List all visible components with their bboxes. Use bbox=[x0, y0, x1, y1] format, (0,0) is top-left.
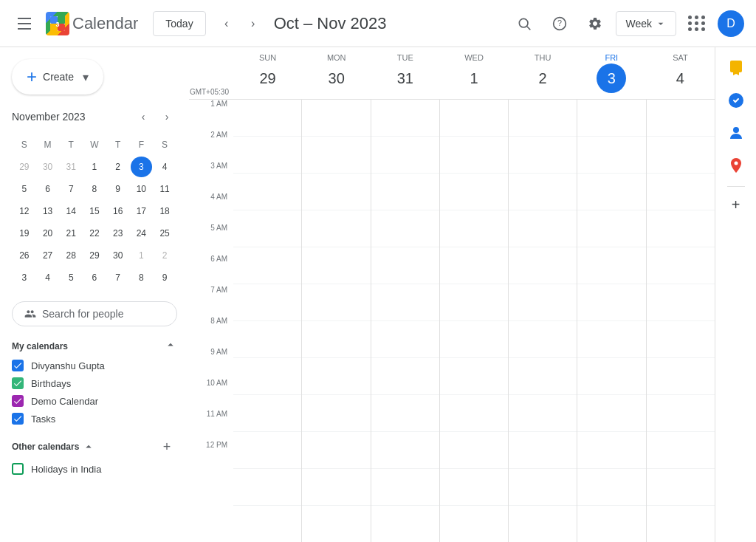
hour-row[interactable] bbox=[302, 432, 370, 469]
day-column[interactable] bbox=[301, 100, 370, 542]
hour-row[interactable] bbox=[509, 174, 577, 210]
hour-row[interactable] bbox=[440, 321, 508, 358]
mini-cal-day[interactable]: 29 bbox=[13, 157, 35, 177]
mini-cal-day[interactable]: 4 bbox=[154, 157, 176, 177]
mini-cal-day[interactable]: 3 bbox=[131, 157, 153, 177]
hour-row[interactable] bbox=[647, 432, 715, 469]
hour-row[interactable] bbox=[440, 395, 508, 432]
calendar-checkbox-tasks[interactable] bbox=[12, 413, 24, 425]
hour-row[interactable] bbox=[577, 284, 645, 321]
mini-cal-day[interactable]: 4 bbox=[37, 267, 59, 288]
day-header-wed[interactable]: WED 1 bbox=[439, 47, 508, 99]
menu-icon[interactable] bbox=[12, 12, 37, 35]
hour-row[interactable] bbox=[509, 100, 577, 137]
hour-row[interactable] bbox=[509, 469, 577, 506]
hour-row[interactable] bbox=[440, 432, 508, 469]
mini-cal-day[interactable]: 15 bbox=[83, 201, 106, 222]
add-other-calendar-button[interactable]: + bbox=[157, 436, 177, 457]
hour-row[interactable] bbox=[440, 284, 508, 321]
hour-row[interactable] bbox=[233, 395, 301, 432]
hour-row[interactable] bbox=[371, 174, 439, 210]
mini-cal-day[interactable]: 21 bbox=[60, 223, 82, 244]
next-arrow[interactable]: › bbox=[241, 12, 265, 35]
day-column[interactable] bbox=[577, 100, 645, 542]
mini-cal-day[interactable]: 8 bbox=[131, 267, 153, 288]
mini-cal-day[interactable]: 6 bbox=[83, 267, 106, 288]
hour-row[interactable] bbox=[647, 284, 715, 321]
hour-row[interactable] bbox=[509, 321, 577, 358]
hour-row[interactable] bbox=[233, 137, 301, 174]
hour-row[interactable] bbox=[440, 358, 508, 395]
hour-row[interactable] bbox=[440, 100, 508, 137]
hour-row[interactable] bbox=[233, 432, 301, 469]
mini-cal-day[interactable]: 16 bbox=[107, 201, 129, 222]
hour-row[interactable] bbox=[440, 506, 508, 542]
mini-cal-day[interactable]: 26 bbox=[13, 245, 35, 266]
other-calendars-toggle[interactable]: Other calendars bbox=[12, 440, 95, 453]
hour-row[interactable] bbox=[371, 395, 439, 432]
hour-row[interactable] bbox=[371, 210, 439, 247]
hour-row[interactable] bbox=[302, 174, 370, 210]
day-column[interactable] bbox=[508, 100, 577, 542]
hour-row[interactable] bbox=[577, 358, 645, 395]
hour-row[interactable] bbox=[233, 321, 301, 358]
right-tasks-icon[interactable] bbox=[721, 86, 751, 115]
mini-cal-day[interactable]: 31 bbox=[60, 157, 82, 177]
hour-row[interactable] bbox=[371, 247, 439, 284]
hour-row[interactable] bbox=[647, 174, 715, 210]
hour-row[interactable] bbox=[302, 210, 370, 247]
mini-cal-day[interactable]: 2 bbox=[107, 157, 129, 177]
hour-row[interactable] bbox=[577, 210, 645, 247]
settings-button[interactable] bbox=[580, 9, 610, 38]
hour-row[interactable] bbox=[371, 432, 439, 469]
mini-cal-day[interactable]: 5 bbox=[60, 267, 82, 288]
calendar-item-birthdays[interactable]: Birthdays bbox=[12, 374, 177, 392]
view-selector[interactable]: Week bbox=[616, 11, 676, 36]
day-column[interactable] bbox=[439, 100, 508, 542]
mini-cal-day[interactable]: 8 bbox=[83, 179, 106, 199]
calendar-checkbox-divyanshu[interactable] bbox=[12, 360, 24, 371]
day-header-sun[interactable]: SUN 29 bbox=[233, 47, 302, 99]
hour-row[interactable] bbox=[577, 100, 645, 137]
mini-cal-day[interactable]: 30 bbox=[37, 157, 59, 177]
hour-row[interactable] bbox=[647, 358, 715, 395]
help-button[interactable]: ? bbox=[545, 9, 574, 38]
mini-prev-button[interactable]: ‹ bbox=[133, 106, 154, 127]
day-column[interactable] bbox=[233, 100, 301, 542]
mini-cal-day[interactable]: 30 bbox=[107, 245, 129, 266]
mini-cal-day[interactable]: 9 bbox=[154, 267, 176, 288]
hour-row[interactable] bbox=[440, 137, 508, 174]
user-avatar[interactable]: D bbox=[718, 10, 744, 37]
mini-cal-day[interactable]: 10 bbox=[131, 179, 153, 199]
hour-row[interactable] bbox=[509, 137, 577, 174]
mini-cal-day[interactable]: 1 bbox=[131, 245, 153, 266]
hour-row[interactable] bbox=[509, 284, 577, 321]
mini-cal-day[interactable]: 1 bbox=[83, 157, 106, 177]
mini-cal-day[interactable]: 18 bbox=[154, 201, 176, 222]
hour-row[interactable] bbox=[302, 100, 370, 137]
hour-row[interactable] bbox=[440, 469, 508, 506]
mini-next-button[interactable]: › bbox=[157, 106, 177, 127]
search-button[interactable] bbox=[509, 9, 539, 38]
hour-row[interactable] bbox=[371, 284, 439, 321]
mini-cal-day[interactable]: 5 bbox=[13, 179, 35, 199]
hour-row[interactable] bbox=[577, 321, 645, 358]
hour-row[interactable] bbox=[233, 506, 301, 542]
hour-row[interactable] bbox=[509, 432, 577, 469]
mini-cal-day[interactable]: 14 bbox=[60, 201, 82, 222]
apps-button[interactable] bbox=[682, 9, 712, 38]
calendar-item-tasks[interactable]: Tasks bbox=[12, 410, 177, 428]
mini-cal-day[interactable]: 23 bbox=[107, 223, 129, 244]
day-header-fri[interactable]: FRI 3 bbox=[577, 47, 646, 99]
hour-row[interactable] bbox=[509, 210, 577, 247]
mini-cal-day[interactable]: 19 bbox=[13, 223, 35, 244]
mini-cal-day[interactable]: 9 bbox=[107, 179, 129, 199]
hour-row[interactable] bbox=[647, 210, 715, 247]
hour-row[interactable] bbox=[371, 469, 439, 506]
create-button[interactable]: + Create ▾ bbox=[12, 59, 103, 95]
hour-row[interactable] bbox=[302, 321, 370, 358]
hour-row[interactable] bbox=[440, 174, 508, 210]
mini-cal-day[interactable]: 6 bbox=[37, 179, 59, 199]
calendar-checkbox-holidays[interactable] bbox=[12, 463, 24, 475]
hour-row[interactable] bbox=[509, 247, 577, 284]
